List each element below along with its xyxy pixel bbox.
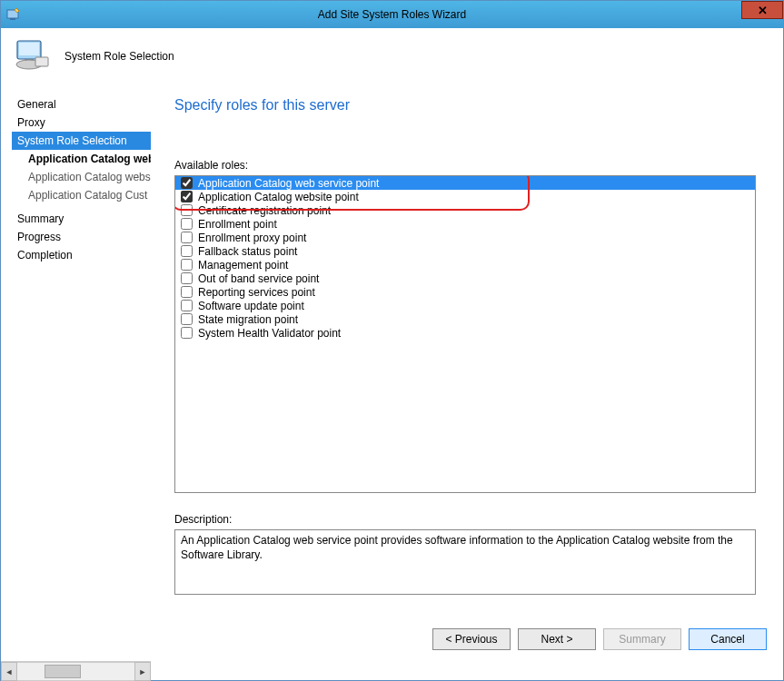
role-label: Software update point xyxy=(198,300,304,312)
titlebar: Add Site System Roles Wizard ✕ xyxy=(1,1,783,28)
description-label: Description: xyxy=(174,513,756,526)
role-row[interactable]: Enrollment proxy point xyxy=(175,231,755,244)
wizard-footer: < Previous Next > Summary Cancel xyxy=(1,617,783,662)
role-row[interactable]: Software update point xyxy=(175,299,755,312)
nav-item-general[interactable]: General xyxy=(12,95,151,114)
main-panel: Specify roles for this server Available … xyxy=(151,84,783,617)
available-roles-label: Available roles: xyxy=(174,159,756,172)
role-row[interactable]: Application Catalog web service point xyxy=(175,176,755,190)
role-row[interactable]: Management point xyxy=(175,258,755,271)
nav-item-summary[interactable]: Summary xyxy=(12,210,151,228)
scroll-right-icon[interactable]: ► xyxy=(134,662,151,681)
role-row[interactable]: Reporting services point xyxy=(175,285,755,299)
nav-item-system-role-selection[interactable]: System Role Selection xyxy=(12,132,151,150)
role-checkbox[interactable] xyxy=(181,232,193,243)
role-checkbox[interactable] xyxy=(181,313,193,325)
role-label: Enrollment point xyxy=(198,218,277,231)
scroll-left-icon[interactable]: ◄ xyxy=(1,662,17,681)
description-box: An Application Catalog web service point… xyxy=(174,529,756,595)
role-row[interactable]: System Health Validator point xyxy=(175,326,755,340)
role-row[interactable]: Out of band service point xyxy=(175,271,755,285)
window-title: Add Site System Roles Wizard xyxy=(318,8,466,21)
role-checkbox[interactable] xyxy=(181,204,193,216)
nav-item-progress[interactable]: Progress xyxy=(12,228,151,246)
role-checkbox[interactable] xyxy=(181,327,193,339)
role-label: Management point xyxy=(198,259,288,271)
sidebar-horizontal-scrollbar[interactable]: ◄ ► xyxy=(1,661,151,681)
role-checkbox[interactable] xyxy=(181,191,193,202)
close-button[interactable]: ✕ xyxy=(741,1,783,19)
role-label: System Health Validator point xyxy=(198,327,341,340)
previous-button[interactable]: < Previous xyxy=(432,628,511,650)
svg-rect-1 xyxy=(10,18,15,20)
main-heading: Specify roles for this server xyxy=(174,97,756,114)
nav-item-proxy[interactable]: Proxy xyxy=(12,114,151,132)
nav-item-application-catalog-cust[interactable]: Application Catalog Cust xyxy=(12,186,151,204)
role-label: Out of band service point xyxy=(198,272,319,285)
cancel-button[interactable]: Cancel xyxy=(689,628,767,650)
role-row[interactable]: State migration point xyxy=(175,312,755,326)
role-checkbox[interactable] xyxy=(181,218,193,230)
role-label: Certificate registration point xyxy=(198,204,331,217)
role-row[interactable]: Certificate registration point xyxy=(175,203,755,217)
role-checkbox[interactable] xyxy=(181,177,193,189)
nav-item-completion[interactable]: Completion xyxy=(12,246,151,264)
role-label: Application Catalog website point xyxy=(198,191,359,203)
summary-button[interactable]: Summary xyxy=(603,628,681,650)
role-row[interactable]: Application Catalog website point xyxy=(175,190,755,203)
role-checkbox[interactable] xyxy=(181,245,193,257)
nav-item-application-catalog-web[interactable]: Application Catalog web xyxy=(12,150,151,168)
role-row[interactable]: Enrollment point xyxy=(175,217,755,231)
computer-icon xyxy=(14,37,52,75)
role-label: Application Catalog web service point xyxy=(198,177,379,190)
role-label: Fallback status point xyxy=(198,245,297,258)
roles-listbox[interactable]: Application Catalog web service pointApp… xyxy=(174,175,756,493)
svg-rect-3 xyxy=(19,43,39,55)
role-checkbox[interactable] xyxy=(181,300,193,311)
role-row[interactable]: Fallback status point xyxy=(175,244,755,258)
role-label: Enrollment proxy point xyxy=(198,232,306,244)
scrollbar-track[interactable] xyxy=(17,662,134,681)
role-label: State migration point xyxy=(198,313,298,326)
page-title: System Role Selection xyxy=(65,50,174,63)
role-checkbox[interactable] xyxy=(181,259,193,271)
next-button[interactable]: Next > xyxy=(518,628,596,650)
role-checkbox[interactable] xyxy=(181,286,193,298)
role-checkbox[interactable] xyxy=(181,272,193,284)
wizard-icon xyxy=(6,7,21,22)
wizard-nav: GeneralProxySystem Role SelectionApplica… xyxy=(1,84,151,617)
nav-item-application-catalog-webs[interactable]: Application Catalog webs xyxy=(12,168,151,186)
scrollbar-thumb[interactable] xyxy=(45,665,81,678)
wizard-header: System Role Selection xyxy=(1,28,783,84)
svg-rect-6 xyxy=(35,57,48,66)
role-label: Reporting services point xyxy=(198,286,315,299)
